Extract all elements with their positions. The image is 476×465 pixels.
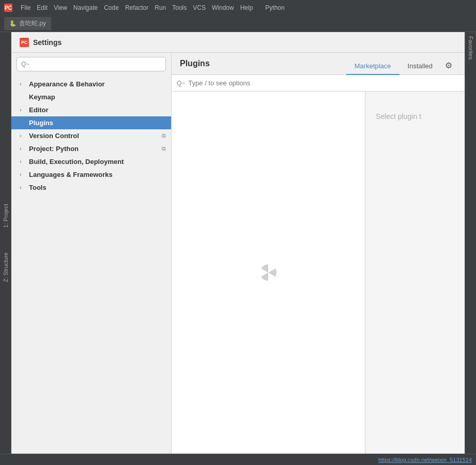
- menu-refactor[interactable]: Refactor: [125, 4, 148, 11]
- settings-search-input[interactable]: [32, 61, 161, 68]
- plugin-detail: Select plugin t: [365, 92, 465, 454]
- menu-window[interactable]: Window: [212, 4, 234, 11]
- nav-label-version-control: Version Control: [29, 132, 79, 140]
- ide-content: 1: Project Z: Structure PC Settings Q~: [0, 32, 476, 454]
- loading-spinner: [260, 264, 277, 281]
- spinner-icon: [260, 264, 277, 281]
- arrow-icon-appearance: ›: [20, 81, 27, 87]
- menu-tools[interactable]: Tools: [172, 4, 187, 11]
- title-bar: PC File Edit View Navigate Code Refactor…: [0, 0, 476, 16]
- arrow-icon-languages: ›: [20, 172, 27, 177]
- nav-label-appearance: Appearance & Behavior: [29, 80, 105, 88]
- nav-item-keymap[interactable]: Keymap: [11, 91, 171, 103]
- plugin-search-input[interactable]: [188, 79, 459, 87]
- plugins-body: Select plugin t: [172, 92, 465, 454]
- nav-label-tools: Tools: [29, 184, 47, 191]
- plugin-list: [172, 92, 365, 454]
- plugins-gear-button[interactable]: ⚙: [441, 58, 456, 72]
- tab-marketplace[interactable]: Marketplace: [346, 58, 400, 75]
- nav-item-tools[interactable]: › Tools: [11, 181, 171, 194]
- arrow-icon-tools: ›: [20, 185, 27, 190]
- nav-item-editor[interactable]: › Editor: [11, 103, 171, 116]
- nav-item-build[interactable]: › Build, Execution, Deployment: [11, 155, 171, 168]
- arrow-icon-build: ›: [20, 159, 27, 164]
- arrow-icon-project: ›: [20, 146, 27, 152]
- plugins-panel: Plugins Marketplace Installed ⚙ Q~: [172, 53, 465, 454]
- nav-label-editor: Editor: [29, 106, 49, 114]
- copy-icon-version-control: ⧉: [162, 132, 166, 139]
- nav-item-plugins[interactable]: Plugins: [11, 116, 171, 129]
- tab-installed[interactable]: Installed: [400, 58, 441, 75]
- select-plugin-text: Select plugin t: [376, 112, 421, 121]
- nav-label-project: Project: Python: [29, 145, 79, 153]
- tab-bar: 🐍 贪吃蛇.py: [0, 16, 476, 32]
- sidebar-favorites-label[interactable]: Favorites: [467, 32, 475, 64]
- app-icon: PC: [4, 4, 12, 12]
- far-right-sidebar: Favorites: [465, 32, 476, 454]
- nav-label-keymap: Keymap: [29, 93, 55, 101]
- ide-frame: PC File Edit View Navigate Code Refactor…: [0, 0, 476, 465]
- menu-edit[interactable]: Edit: [37, 4, 48, 11]
- plugins-title: Plugins: [180, 59, 210, 73]
- settings-nav: Q~ › Appearance & Behavior Keymap: [11, 53, 172, 454]
- arrow-icon-version-control: ›: [20, 133, 27, 139]
- nav-label-plugins: Plugins: [29, 119, 53, 127]
- far-left-sidebar: 1: Project Z: Structure: [0, 32, 11, 454]
- nav-item-appearance[interactable]: › Appearance & Behavior: [11, 78, 171, 91]
- menu-file[interactable]: File: [21, 4, 30, 11]
- nav-label-languages: Languages & Frameworks: [29, 171, 113, 178]
- settings-body: Q~ › Appearance & Behavior Keymap: [11, 53, 465, 454]
- menu-bar: File Edit View Navigate Code Refactor Ru…: [21, 4, 253, 11]
- sidebar-project-label[interactable]: 1: Project: [1, 202, 11, 230]
- python-label: Python: [265, 4, 284, 11]
- file-tab-label: 贪吃蛇.py: [19, 19, 46, 28]
- menu-view[interactable]: View: [54, 4, 67, 11]
- status-bar: https://blog.csdn.net/weixin_5131514: [0, 454, 476, 465]
- status-url[interactable]: https://blog.csdn.net/weixin_5131514: [378, 457, 472, 463]
- plugins-tabs: Marketplace Installed: [346, 58, 441, 74]
- settings-dialog-icon: PC: [20, 38, 29, 47]
- arrow-icon-editor: ›: [20, 107, 27, 113]
- file-tab[interactable]: 🐍 贪吃蛇.py: [4, 17, 51, 30]
- settings-dialog: PC Settings Q~ › Appearance: [11, 32, 465, 454]
- menu-navigate[interactable]: Navigate: [73, 4, 98, 11]
- nav-item-project-python[interactable]: › Project: Python ⧉: [11, 142, 171, 155]
- copy-icon-project: ⧉: [162, 145, 166, 152]
- nav-item-languages[interactable]: › Languages & Frameworks: [11, 168, 171, 181]
- menu-vcs[interactable]: VCS: [193, 4, 206, 11]
- settings-search-box[interactable]: Q~: [17, 57, 166, 71]
- nav-item-version-control[interactable]: › Version Control ⧉: [11, 129, 171, 142]
- plugin-search-icon: Q~: [177, 80, 185, 87]
- menu-run[interactable]: Run: [155, 4, 166, 11]
- menu-help[interactable]: Help: [240, 4, 253, 11]
- plugins-tabs-container: Marketplace Installed ⚙: [346, 58, 456, 74]
- settings-title: Settings: [33, 38, 62, 47]
- menu-code[interactable]: Code: [104, 4, 119, 11]
- settings-header: PC Settings: [11, 32, 465, 53]
- nav-tree: › Appearance & Behavior Keymap › Editor: [11, 76, 171, 454]
- sidebar-structure-label[interactable]: Z: Structure: [1, 250, 11, 284]
- plugin-search-bar[interactable]: Q~: [172, 75, 465, 92]
- file-tab-icon: 🐍: [9, 20, 17, 27]
- nav-label-build: Build, Execution, Deployment: [29, 158, 124, 166]
- settings-search-icon: Q~: [21, 61, 29, 68]
- plugins-header: Plugins Marketplace Installed ⚙: [172, 53, 465, 75]
